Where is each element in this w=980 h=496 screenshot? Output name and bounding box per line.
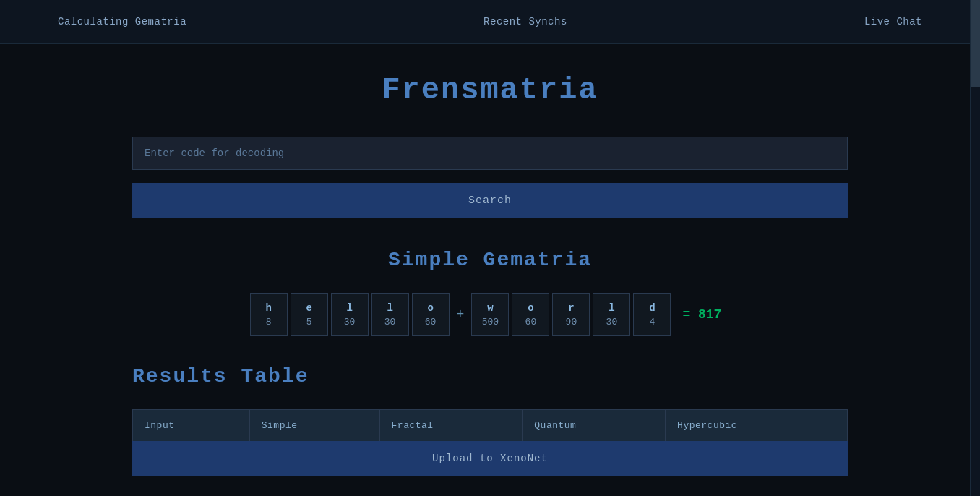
gematria-display: h 8 e 5 l 30 l 30 o 60 + w 500 o 60	[250, 293, 731, 336]
scrollbar-track[interactable]	[970, 0, 980, 496]
results-section: Results Table Input Simple Fractal Quant…	[132, 365, 848, 476]
letter-o2: o 60	[512, 293, 549, 336]
nav-recent[interactable]: Recent Synchs	[483, 16, 567, 27]
search-button[interactable]: Search	[132, 183, 848, 218]
col-fractal: Fractal	[379, 410, 523, 442]
col-simple: Simple	[249, 410, 379, 442]
letter-l2: l 30	[371, 293, 409, 336]
letter-w: w 500	[471, 293, 509, 336]
letter-l1: l 30	[331, 293, 369, 336]
navbar: Calculating Gematria Recent Synchs Live …	[0, 0, 980, 44]
search-container: Search	[132, 137, 848, 240]
page-title: Frensmatria	[382, 73, 598, 108]
search-input[interactable]	[132, 137, 848, 170]
letter-o1: o 60	[412, 293, 450, 336]
gematria-result: = 817	[674, 307, 730, 322]
results-table: Input Simple Fractal Quantum Hypercubic	[132, 409, 848, 442]
letter-h: h 8	[250, 293, 288, 336]
letter-d: d 4	[633, 293, 671, 336]
results-table-title: Results Table	[132, 365, 848, 388]
col-quantum: Quantum	[523, 410, 666, 442]
main-content: Frensmatria Search Simple Gematria h 8 e…	[0, 44, 980, 490]
letter-e: e 5	[291, 293, 328, 336]
letter-l3: l 30	[593, 293, 630, 336]
col-hypercubic: Hypercubic	[666, 410, 848, 442]
plus-sign: +	[452, 307, 469, 322]
nav-livechat[interactable]: Live Chat	[864, 16, 922, 27]
simple-gematria-title: Simple Gematria	[388, 249, 592, 271]
upload-button[interactable]: Upload to XenoNet	[132, 441, 848, 476]
table-header-row: Input Simple Fractal Quantum Hypercubic	[133, 410, 848, 442]
letter-r: r 90	[552, 293, 590, 336]
col-input: Input	[133, 410, 250, 442]
nav-calculating[interactable]: Calculating Gematria	[58, 16, 186, 27]
scrollbar-thumb[interactable]	[971, 0, 980, 87]
